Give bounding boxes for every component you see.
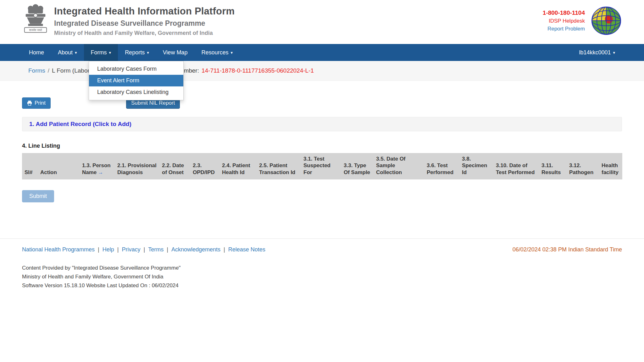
column-header-patient-transaction-id: 2.5. Patient Transaction Id (257, 153, 301, 179)
main-navbar: Home About ▾ Forms ▾ Reports ▾ View Map … (0, 44, 644, 61)
column-header-specimen-id: 3.8. Specimen Id (459, 153, 493, 179)
dropdown-item-laboratory-cases-linelisting[interactable]: Laboratory Cases Linelisting (89, 86, 183, 98)
footer-link-release-notes[interactable]: Release Notes (228, 246, 265, 253)
dropdown-item-event-alert-form[interactable]: Event Alert Form (89, 75, 183, 86)
column-header-type-of-sample: 3.3. Type Of Sample (341, 153, 374, 179)
user-menu[interactable]: lb14kkc0001 ▾ (572, 44, 622, 61)
add-patient-record-bar[interactable]: 1. Add Patient Record (Click to Add) (22, 117, 622, 131)
column-header-test-performed: 3.6. Test Performed (424, 153, 459, 179)
header: सत्यमेव जयते Integrated Health Informati… (0, 0, 644, 44)
footer-link-acknowledgements[interactable]: Acknowledgements (171, 246, 220, 253)
footer-timestamp: 06/02/2024 02:38 PM Indian Standard Time (513, 246, 622, 253)
forms-dropdown-menu: Laboratory Cases Form Event Alert Form L… (89, 61, 184, 100)
person-name-label: 1.3. Person Name (82, 162, 111, 175)
nav-label: Reports (125, 49, 145, 56)
nav-label: Resources (201, 49, 228, 56)
column-header-patient-health-id: 2.4. Patient Health Id (219, 153, 257, 179)
column-header-test-suspected-for: 3.1. Test Suspected For (301, 153, 341, 179)
form-number-value: 14-711-1878-0-1117716355-06022024-L-1 (202, 67, 314, 74)
line-listing-heading: 4. Line Listing (22, 143, 622, 149)
column-header-opd-ipd: 2.3. OPD/IPD (190, 153, 219, 179)
footer-link-national-health-programmes[interactable]: National Health Programmes (22, 246, 95, 253)
footer-separator: | (144, 246, 145, 253)
submit-button[interactable]: Submit (22, 190, 54, 202)
nav-item-reports[interactable]: Reports ▾ (118, 44, 156, 61)
ihip-globe-logo (591, 6, 622, 36)
dropdown-item-laboratory-cases-form[interactable]: Laboratory Cases Form (89, 63, 183, 75)
column-header-pathogen: 3.12. Pathogen (567, 153, 599, 179)
footer-link-help[interactable]: Help (103, 246, 114, 253)
caret-down-icon: ▾ (75, 50, 77, 55)
nav-item-home[interactable]: Home (22, 44, 51, 61)
nav-label: View Map (163, 49, 188, 56)
column-header-results: 3.11. Results (539, 153, 567, 179)
table-header-row: Sl# Action 1.3. Person Name→ 2.1. Provis… (22, 153, 622, 179)
caret-down-icon: ▾ (230, 50, 233, 55)
footer: National Health Programmes | Help | Priv… (0, 239, 644, 290)
column-header-health-facility: Health facility (599, 153, 622, 179)
line-listing-table: Sl# Action 1.3. Person Name→ 2.1. Provis… (22, 153, 622, 179)
header-subtitle: Integrated Disease Surveillance Programm… (54, 19, 235, 28)
nav-item-about[interactable]: About ▾ (51, 44, 84, 61)
footer-separator: | (98, 246, 99, 253)
footer-separator: | (167, 246, 168, 253)
print-button-label: Print (35, 100, 46, 106)
national-emblem-logo: सत्यमेव जयते (22, 3, 49, 41)
column-header-date-of-test-performed: 3.10. Date of Test Performed (493, 153, 539, 179)
footer-ministry-line: Ministry of Health and Family Welfare, G… (22, 272, 622, 281)
nav-item-forms[interactable]: Forms ▾ (84, 44, 118, 61)
report-problem-link[interactable]: Report Problem (543, 26, 585, 32)
breadcrumb-forms-link[interactable]: Forms (28, 67, 45, 74)
user-id-label: lb14kkc0001 (579, 49, 611, 56)
column-header-provisional-diagnosis: 2.1. Provisional Diagnosis (115, 153, 159, 179)
header-helpdesk: 1-800-180-1104 IDSP Helpdesk Report Prob… (543, 3, 622, 36)
caret-down-icon: ▾ (147, 50, 149, 55)
emblem-motto: सत्यमेव जयते (29, 28, 42, 32)
footer-content-block: Content Provided by "Integrated Disease … (22, 264, 622, 290)
column-header-action: Action (38, 153, 80, 179)
nav-label: Home (29, 49, 44, 56)
helpdesk-block: 1-800-180-1104 IDSP Helpdesk Report Prob… (543, 9, 585, 32)
printer-icon (27, 101, 32, 106)
caret-down-icon: ▾ (109, 50, 111, 55)
column-header-sl: Sl# (22, 153, 38, 179)
header-branding: सत्यमेव जयते Integrated Health Informati… (22, 3, 235, 41)
breadcrumb-separator: / (48, 67, 49, 74)
title-block: Integrated Health Information Platform I… (54, 3, 235, 41)
print-button[interactable]: Print (22, 97, 51, 109)
helpdesk-label: IDSP Helpdesk (543, 18, 585, 24)
nav-label: About (58, 49, 73, 56)
footer-separator: | (224, 246, 225, 253)
footer-link-privacy[interactable]: Privacy (122, 246, 141, 253)
helpdesk-phone: 1-800-180-1104 (543, 9, 585, 16)
header-ministry-line: Ministry of Health and Family Welfare, G… (54, 30, 235, 36)
column-header-date-of-sample-collection: 3.5. Date Of Sample Collection (374, 153, 424, 179)
arrow-right-icon: → (98, 169, 103, 175)
footer-link-terms[interactable]: Terms (148, 246, 164, 253)
footer-links-row: National Health Programmes | Help | Priv… (22, 246, 622, 253)
footer-content-provided: Content Provided by "Integrated Disease … (22, 264, 622, 272)
footer-software-version: Software Version 15.18.10 Website Last U… (22, 281, 622, 290)
column-header-person-name: 1.3. Person Name→ (80, 153, 115, 179)
nav-label: Forms (91, 49, 107, 56)
caret-down-icon: ▾ (613, 50, 615, 55)
nav-item-view-map[interactable]: View Map (156, 44, 195, 61)
page-title: Integrated Health Information Platform (54, 6, 235, 17)
footer-separator: | (117, 246, 119, 253)
add-patient-record-label: 1. Add Patient Record (Click to Add) (29, 121, 131, 127)
nav-item-resources[interactable]: Resources ▾ (194, 44, 240, 61)
column-header-date-of-onset: 2.2. Date of Onset (159, 153, 190, 179)
